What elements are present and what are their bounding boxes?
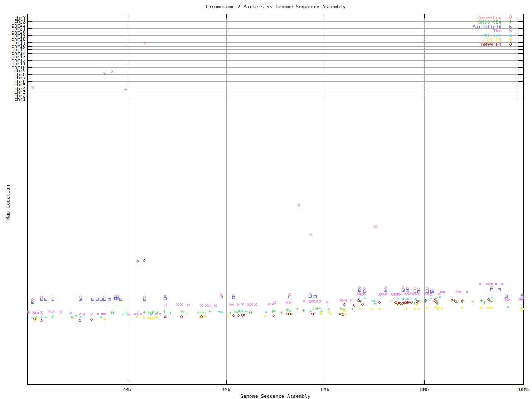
legend-marker-wirh-icon <box>509 38 512 42</box>
legend-marker-tng-icon <box>509 29 512 32</box>
legend-label-g3: GM99 G3 <box>448 42 502 47</box>
legend-marker-marshfield-icon <box>509 25 512 28</box>
chart-canvas: Chromosome 2 Markers vs Genome Sequence … <box>0 0 532 399</box>
legend-marker-wiyac-icon <box>509 33 512 37</box>
legend-marker-gb4-icon <box>509 20 512 24</box>
legend-marker-genethon-icon <box>509 15 512 19</box>
legend-marker-g3-icon <box>509 42 512 46</box>
legend: GenethonGM99 GB4MarshfieldTNGWI YACWI RH… <box>0 0 532 399</box>
